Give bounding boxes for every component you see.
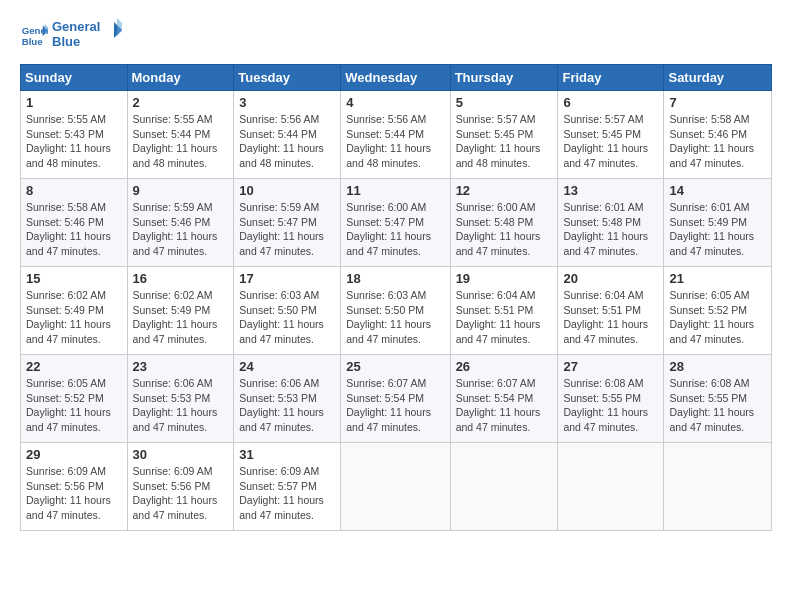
- calendar-cell: 29Sunrise: 6:09 AM Sunset: 5:56 PM Dayli…: [21, 443, 128, 531]
- day-number: 24: [239, 359, 335, 374]
- day-number: 11: [346, 183, 444, 198]
- day-info: Sunrise: 6:05 AM Sunset: 5:52 PM Dayligh…: [26, 376, 122, 435]
- page: General Blue General Blue SundayMondayT: [0, 0, 792, 541]
- day-number: 2: [133, 95, 229, 110]
- day-info: Sunrise: 5:55 AM Sunset: 5:44 PM Dayligh…: [133, 112, 229, 171]
- calendar-cell: 31Sunrise: 6:09 AM Sunset: 5:57 PM Dayli…: [234, 443, 341, 531]
- day-info: Sunrise: 6:06 AM Sunset: 5:53 PM Dayligh…: [239, 376, 335, 435]
- day-number: 3: [239, 95, 335, 110]
- weekday-header-friday: Friday: [558, 65, 664, 91]
- day-number: 13: [563, 183, 658, 198]
- calendar-cell: 11Sunrise: 6:00 AM Sunset: 5:47 PM Dayli…: [341, 179, 450, 267]
- calendar-cell: 7Sunrise: 5:58 AM Sunset: 5:46 PM Daylig…: [664, 91, 772, 179]
- calendar-cell: 16Sunrise: 6:02 AM Sunset: 5:49 PM Dayli…: [127, 267, 234, 355]
- svg-text:Blue: Blue: [22, 36, 43, 47]
- day-info: Sunrise: 6:08 AM Sunset: 5:55 PM Dayligh…: [563, 376, 658, 435]
- day-number: 20: [563, 271, 658, 286]
- day-info: Sunrise: 6:07 AM Sunset: 5:54 PM Dayligh…: [456, 376, 553, 435]
- calendar-cell: 30Sunrise: 6:09 AM Sunset: 5:56 PM Dayli…: [127, 443, 234, 531]
- calendar-cell: 23Sunrise: 6:06 AM Sunset: 5:53 PM Dayli…: [127, 355, 234, 443]
- day-number: 28: [669, 359, 766, 374]
- day-number: 5: [456, 95, 553, 110]
- day-number: 22: [26, 359, 122, 374]
- day-number: 18: [346, 271, 444, 286]
- calendar-cell: 17Sunrise: 6:03 AM Sunset: 5:50 PM Dayli…: [234, 267, 341, 355]
- calendar-cell: 2Sunrise: 5:55 AM Sunset: 5:44 PM Daylig…: [127, 91, 234, 179]
- calendar-cell: 8Sunrise: 5:58 AM Sunset: 5:46 PM Daylig…: [21, 179, 128, 267]
- day-number: 17: [239, 271, 335, 286]
- header: General Blue General Blue: [20, 16, 772, 56]
- day-number: 19: [456, 271, 553, 286]
- day-info: Sunrise: 6:01 AM Sunset: 5:49 PM Dayligh…: [669, 200, 766, 259]
- calendar-cell: 18Sunrise: 6:03 AM Sunset: 5:50 PM Dayli…: [341, 267, 450, 355]
- day-info: Sunrise: 6:02 AM Sunset: 5:49 PM Dayligh…: [26, 288, 122, 347]
- day-number: 25: [346, 359, 444, 374]
- day-info: Sunrise: 6:00 AM Sunset: 5:48 PM Dayligh…: [456, 200, 553, 259]
- calendar-cell: 26Sunrise: 6:07 AM Sunset: 5:54 PM Dayli…: [450, 355, 558, 443]
- calendar-cell: 10Sunrise: 5:59 AM Sunset: 5:47 PM Dayli…: [234, 179, 341, 267]
- day-info: Sunrise: 5:58 AM Sunset: 5:46 PM Dayligh…: [669, 112, 766, 171]
- day-info: Sunrise: 6:01 AM Sunset: 5:48 PM Dayligh…: [563, 200, 658, 259]
- calendar-cell: 12Sunrise: 6:00 AM Sunset: 5:48 PM Dayli…: [450, 179, 558, 267]
- day-info: Sunrise: 6:08 AM Sunset: 5:55 PM Dayligh…: [669, 376, 766, 435]
- weekday-header-saturday: Saturday: [664, 65, 772, 91]
- day-info: Sunrise: 5:58 AM Sunset: 5:46 PM Dayligh…: [26, 200, 122, 259]
- logo: General Blue General Blue: [20, 16, 122, 56]
- calendar-cell: 13Sunrise: 6:01 AM Sunset: 5:48 PM Dayli…: [558, 179, 664, 267]
- calendar-header-row: SundayMondayTuesdayWednesdayThursdayFrid…: [21, 65, 772, 91]
- weekday-header-tuesday: Tuesday: [234, 65, 341, 91]
- day-number: 10: [239, 183, 335, 198]
- calendar-cell: 6Sunrise: 5:57 AM Sunset: 5:45 PM Daylig…: [558, 91, 664, 179]
- day-number: 6: [563, 95, 658, 110]
- day-info: Sunrise: 6:00 AM Sunset: 5:47 PM Dayligh…: [346, 200, 444, 259]
- day-number: 26: [456, 359, 553, 374]
- day-info: Sunrise: 5:59 AM Sunset: 5:47 PM Dayligh…: [239, 200, 335, 259]
- day-number: 16: [133, 271, 229, 286]
- calendar-cell: 14Sunrise: 6:01 AM Sunset: 5:49 PM Dayli…: [664, 179, 772, 267]
- day-number: 1: [26, 95, 122, 110]
- logo-svg: General Blue: [52, 16, 122, 52]
- day-number: 29: [26, 447, 122, 462]
- calendar-cell: 28Sunrise: 6:08 AM Sunset: 5:55 PM Dayli…: [664, 355, 772, 443]
- day-info: Sunrise: 6:07 AM Sunset: 5:54 PM Dayligh…: [346, 376, 444, 435]
- day-number: 30: [133, 447, 229, 462]
- day-number: 23: [133, 359, 229, 374]
- day-number: 15: [26, 271, 122, 286]
- calendar-week-5: 29Sunrise: 6:09 AM Sunset: 5:56 PM Dayli…: [21, 443, 772, 531]
- calendar-cell: 24Sunrise: 6:06 AM Sunset: 5:53 PM Dayli…: [234, 355, 341, 443]
- calendar-cell: 20Sunrise: 6:04 AM Sunset: 5:51 PM Dayli…: [558, 267, 664, 355]
- calendar-cell: 9Sunrise: 5:59 AM Sunset: 5:46 PM Daylig…: [127, 179, 234, 267]
- calendar-week-3: 15Sunrise: 6:02 AM Sunset: 5:49 PM Dayli…: [21, 267, 772, 355]
- calendar-cell: 21Sunrise: 6:05 AM Sunset: 5:52 PM Dayli…: [664, 267, 772, 355]
- calendar-cell: [341, 443, 450, 531]
- svg-text:General: General: [52, 19, 100, 34]
- calendar-cell: 4Sunrise: 5:56 AM Sunset: 5:44 PM Daylig…: [341, 91, 450, 179]
- calendar-cell: 22Sunrise: 6:05 AM Sunset: 5:52 PM Dayli…: [21, 355, 128, 443]
- day-info: Sunrise: 6:05 AM Sunset: 5:52 PM Dayligh…: [669, 288, 766, 347]
- day-info: Sunrise: 5:59 AM Sunset: 5:46 PM Dayligh…: [133, 200, 229, 259]
- day-info: Sunrise: 6:09 AM Sunset: 5:57 PM Dayligh…: [239, 464, 335, 523]
- svg-text:Blue: Blue: [52, 34, 80, 49]
- day-info: Sunrise: 6:04 AM Sunset: 5:51 PM Dayligh…: [456, 288, 553, 347]
- day-info: Sunrise: 5:55 AM Sunset: 5:43 PM Dayligh…: [26, 112, 122, 171]
- calendar-cell: [450, 443, 558, 531]
- logo-icon: General Blue: [20, 22, 48, 50]
- calendar-cell: 5Sunrise: 5:57 AM Sunset: 5:45 PM Daylig…: [450, 91, 558, 179]
- day-info: Sunrise: 5:57 AM Sunset: 5:45 PM Dayligh…: [456, 112, 553, 171]
- svg-marker-7: [117, 18, 122, 36]
- day-number: 7: [669, 95, 766, 110]
- calendar-week-2: 8Sunrise: 5:58 AM Sunset: 5:46 PM Daylig…: [21, 179, 772, 267]
- day-info: Sunrise: 6:09 AM Sunset: 5:56 PM Dayligh…: [26, 464, 122, 523]
- weekday-header-wednesday: Wednesday: [341, 65, 450, 91]
- calendar-cell: 25Sunrise: 6:07 AM Sunset: 5:54 PM Dayli…: [341, 355, 450, 443]
- day-number: 14: [669, 183, 766, 198]
- day-info: Sunrise: 6:03 AM Sunset: 5:50 PM Dayligh…: [346, 288, 444, 347]
- day-number: 9: [133, 183, 229, 198]
- day-number: 12: [456, 183, 553, 198]
- calendar-week-4: 22Sunrise: 6:05 AM Sunset: 5:52 PM Dayli…: [21, 355, 772, 443]
- calendar-cell: 1Sunrise: 5:55 AM Sunset: 5:43 PM Daylig…: [21, 91, 128, 179]
- day-info: Sunrise: 6:04 AM Sunset: 5:51 PM Dayligh…: [563, 288, 658, 347]
- weekday-header-sunday: Sunday: [21, 65, 128, 91]
- day-number: 8: [26, 183, 122, 198]
- calendar-cell: 15Sunrise: 6:02 AM Sunset: 5:49 PM Dayli…: [21, 267, 128, 355]
